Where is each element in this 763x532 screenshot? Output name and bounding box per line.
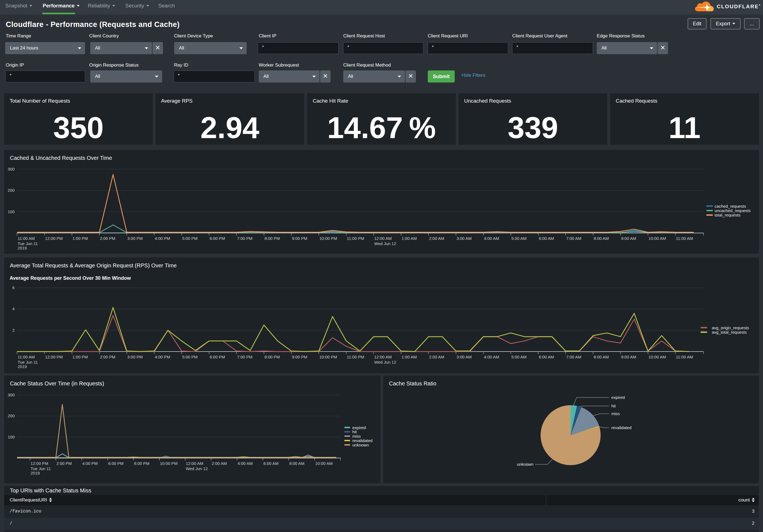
svg-text:300: 300	[8, 167, 15, 171]
svg-text:5:00 PM: 5:00 PM	[182, 355, 198, 359]
svg-text:hit: hit	[352, 429, 357, 434]
svg-text:12:00 AM: 12:00 AM	[374, 355, 392, 359]
svg-text:8:00 AM: 8:00 AM	[594, 236, 609, 241]
svg-text:12:00 AM: 12:00 AM	[374, 236, 392, 241]
svg-text:hit: hit	[611, 403, 616, 408]
svg-text:200: 200	[8, 188, 15, 193]
svg-text:7:00 AM: 7:00 AM	[566, 355, 581, 359]
svg-text:2019: 2019	[18, 246, 27, 250]
svg-text:3:00 PM: 3:00 PM	[127, 236, 143, 241]
svg-text:Wed Jun 12: Wed Jun 12	[186, 466, 208, 471]
svg-text:9:00 AM: 9:00 AM	[621, 355, 636, 359]
svg-text:7:00 PM: 7:00 PM	[237, 236, 253, 241]
svg-text:4:00 PM: 4:00 PM	[82, 461, 98, 466]
svg-text:unknown: unknown	[517, 462, 533, 467]
svg-text:12:00 PM: 12:00 PM	[45, 236, 63, 241]
svg-text:total_requests: total_requests	[714, 213, 740, 217]
svg-text:unknown: unknown	[352, 443, 369, 447]
svg-text:1:00 AM: 1:00 AM	[401, 236, 417, 241]
svg-text:2:00 PM: 2:00 PM	[100, 355, 115, 359]
svg-text:Cache Status Ratio: Cache Status Ratio	[389, 381, 436, 387]
svg-text:100: 100	[8, 209, 15, 214]
svg-text:2019: 2019	[18, 364, 27, 369]
svg-text:6: 6	[12, 285, 15, 290]
svg-text:Tue Jun 11: Tue Jun 11	[31, 466, 51, 471]
svg-text:Cached & Uncached Requests Ove: Cached & Uncached Requests Over Time	[10, 155, 112, 161]
svg-text:8:00 AM: 8:00 AM	[289, 461, 304, 466]
svg-text:200: 200	[8, 413, 15, 418]
svg-text:3:00 PM: 3:00 PM	[127, 355, 143, 359]
svg-text:10:00 AM: 10:00 AM	[648, 355, 666, 359]
svg-text:11:00 PM: 11:00 PM	[347, 236, 364, 241]
svg-text:5:00 AM: 5:00 AM	[511, 355, 527, 359]
svg-text:expired: expired	[611, 395, 625, 400]
svg-text:3:00 AM: 3:00 AM	[456, 236, 472, 241]
svg-text:2:00 AM: 2:00 AM	[429, 236, 444, 241]
svg-text:Average Requests per Second Ov: Average Requests per Second Over 30 Min …	[10, 275, 131, 281]
svg-text:6:00 AM: 6:00 AM	[539, 236, 554, 241]
svg-text:2:00 PM: 2:00 PM	[56, 461, 72, 466]
svg-text:10:00 AM: 10:00 AM	[315, 461, 333, 466]
svg-text:miss: miss	[611, 411, 620, 416]
svg-text:expired: expired	[352, 425, 366, 430]
svg-text:Tue Jun 11: Tue Jun 11	[18, 360, 38, 365]
svg-text:2019: 2019	[31, 471, 40, 475]
svg-text:4:00 PM: 4:00 PM	[155, 236, 170, 241]
svg-text:11:00 PM: 11:00 PM	[347, 355, 364, 359]
svg-text:2:00 AM: 2:00 AM	[212, 461, 227, 466]
svg-text:9:00 PM: 9:00 PM	[292, 236, 307, 241]
svg-text:11:00 AM: 11:00 AM	[18, 236, 35, 241]
svg-text:10:00 PM: 10:00 PM	[160, 461, 177, 466]
svg-text:100: 100	[8, 435, 15, 439]
svg-text:4:00 AM: 4:00 AM	[238, 461, 253, 466]
svg-text:revalidated: revalidated	[352, 438, 373, 443]
svg-text:Cache Status Over Time (in Req: Cache Status Over Time (in Requests)	[10, 381, 104, 387]
svg-text:miss: miss	[352, 434, 361, 438]
svg-text:6:00 PM: 6:00 PM	[210, 355, 225, 359]
svg-text:8:00 PM: 8:00 PM	[265, 236, 280, 241]
svg-text:6:00 PM: 6:00 PM	[108, 461, 124, 466]
svg-text:8:00 AM: 8:00 AM	[594, 355, 609, 359]
svg-text:2:00 PM: 2:00 PM	[100, 236, 115, 241]
svg-text:5:00 AM: 5:00 AM	[511, 236, 527, 241]
svg-text:9:00 AM: 9:00 AM	[621, 236, 636, 241]
svg-text:Wed Jun 12: Wed Jun 12	[374, 241, 396, 246]
svg-text:10:00 AM: 10:00 AM	[648, 236, 666, 241]
svg-text:7:00 AM: 7:00 AM	[566, 236, 581, 241]
svg-text:10:00 PM: 10:00 PM	[319, 355, 337, 359]
svg-text:12:00 PM: 12:00 PM	[31, 461, 48, 466]
svg-text:4:00 PM: 4:00 PM	[155, 355, 170, 359]
svg-text:11:00 AM: 11:00 AM	[18, 355, 35, 359]
svg-text:cached_requests: cached_requests	[714, 204, 746, 209]
svg-text:11:00 AM: 11:00 AM	[676, 236, 693, 241]
svg-text:avg_origin_requests: avg_origin_requests	[712, 325, 749, 330]
svg-text:1:00 PM: 1:00 PM	[72, 355, 88, 359]
svg-text:7:00 PM: 7:00 PM	[237, 355, 253, 359]
svg-text:4:00 AM: 4:00 AM	[484, 236, 499, 241]
svg-text:4:00 AM: 4:00 AM	[484, 355, 499, 359]
svg-text:11:00 AM: 11:00 AM	[676, 355, 693, 359]
svg-text:1:00 PM: 1:00 PM	[72, 236, 88, 241]
svg-text:8:00 PM: 8:00 PM	[265, 355, 280, 359]
svg-text:12:00 AM: 12:00 AM	[186, 461, 203, 466]
svg-text:Wed Jun 12: Wed Jun 12	[374, 360, 396, 365]
svg-text:Average Total Requests & Avera: Average Total Requests & Average Origin …	[10, 262, 177, 268]
svg-text:10:00 PM: 10:00 PM	[319, 236, 337, 241]
svg-text:2: 2	[12, 328, 15, 332]
svg-text:avg_total_requests: avg_total_requests	[712, 330, 747, 334]
svg-text:uncached_requests: uncached_requests	[714, 208, 751, 213]
svg-text:1:00 AM: 1:00 AM	[401, 355, 417, 359]
svg-text:Tue Jun 11: Tue Jun 11	[18, 241, 38, 246]
svg-text:4: 4	[12, 307, 15, 311]
svg-text:300: 300	[8, 393, 15, 397]
svg-text:8:00 PM: 8:00 PM	[134, 461, 150, 466]
svg-text:9:00 PM: 9:00 PM	[292, 355, 307, 359]
svg-text:5:00 PM: 5:00 PM	[182, 236, 198, 241]
svg-text:3:00 AM: 3:00 AM	[456, 355, 472, 359]
svg-text:12:00 PM: 12:00 PM	[45, 355, 63, 359]
svg-text:6:00 AM: 6:00 AM	[539, 355, 554, 359]
svg-text:revalidated: revalidated	[611, 425, 631, 430]
svg-text:6:00 AM: 6:00 AM	[264, 461, 278, 466]
svg-text:6:00 PM: 6:00 PM	[210, 236, 225, 241]
svg-text:2:00 AM: 2:00 AM	[429, 355, 444, 359]
